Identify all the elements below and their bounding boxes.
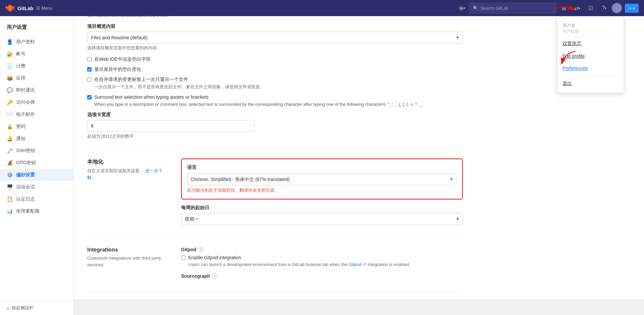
sidebar-item-profile[interactable]: 👤 用户资料 — [0, 36, 73, 48]
search-placeholder: Search GitLab — [480, 6, 508, 11]
sidebar-item-activity[interactable]: 🖥️ 活动会话 — [0, 181, 73, 193]
surround-text-checkbox[interactable] — [87, 95, 92, 99]
one-file-label[interactable]: 在合并请求的变更标签上一次只显示一个文件 — [94, 77, 188, 82]
language-select-wrapper: Chinese, Simplified - 简体中文 (67% translat… — [187, 173, 457, 185]
show-whitespace-checkbox[interactable] — [87, 67, 92, 72]
sidebar-item-im[interactable]: 💬 即时通讯 — [0, 84, 73, 96]
checkbox-render-whitespace: 在Web IDE中渲染空白字符 — [87, 56, 463, 62]
search-bar[interactable]: 🔍 Search GitLab — [469, 3, 556, 13]
render-whitespace-label[interactable]: 在Web IDE中渲染空白字符 — [94, 56, 151, 62]
sidebar-label-email: 电子邮件 — [16, 111, 35, 118]
tab-width-input[interactable] — [87, 120, 255, 132]
sidebar-label-billing: 计费 — [16, 63, 25, 69]
gitpod-desc: Users can launch a development environme… — [188, 261, 410, 268]
sourcegraph-label: Sourcegraph — [181, 273, 210, 279]
todo-button[interactable]: ☑ — [585, 2, 597, 14]
localization-desc-text: 自定义语言和区域相关设置。 — [87, 168, 144, 173]
gitpod-link[interactable]: Gitpod — [348, 262, 361, 267]
dropdown-item-edit-profile[interactable]: Edit profile — [557, 50, 624, 62]
sidebar-item-password[interactable]: 🔒 密码 — [0, 121, 73, 133]
create-button[interactable]: +▾ — [625, 4, 639, 13]
user-dropdown-menu: 用户名 用户邮箱 设置状态 Edit profile Preferences 退… — [557, 16, 624, 93]
sidebar-item-apps[interactable]: 📦 应用 — [0, 72, 73, 84]
gitpod-desc-before: Users can launch a development environme… — [188, 262, 348, 267]
language-highlight-box: 语言 Chinese, Simplified - 简体中文 (67% trans… — [181, 159, 463, 199]
week-start-select-wrapper: 星期一 ▼ — [181, 213, 463, 225]
localization-desc: 自定义语言和区域相关设置。 进一步了解。 — [87, 168, 168, 181]
new-issue-button[interactable]: ⊞ — [558, 2, 570, 14]
week-start-group: 每周的起始日 星期一 ▼ — [181, 205, 463, 225]
account-icon: 🔐 — [7, 51, 13, 57]
localization-section-left: 本地化 自定义语言和区域相关设置。 进一步了解。 — [87, 159, 181, 230]
language-select[interactable]: Chinese, Simplified - 简体中文 (67% translat… — [187, 173, 457, 185]
checkbox-show-whitespace: 显示差异中的空白变化 — [87, 66, 463, 73]
gitpod-group: Gitpod ? Enable Gitpod integration Users… — [181, 247, 463, 268]
project-overview-select[interactable]: Files and Readme (default) — [87, 32, 463, 44]
prefs-icon: ⚙️ — [7, 172, 13, 178]
project-overview-hint: 选择项目概览页面中您想看到的内容。 — [87, 45, 463, 51]
integrations-section: Integrations Customize integrations with… — [87, 239, 463, 292]
show-whitespace-label[interactable]: 显示差异中的空白变化 — [94, 66, 141, 72]
menu-button[interactable]: ☰ Menu — [36, 6, 53, 11]
dropdown-email: 用户邮箱 — [562, 29, 618, 34]
gitpod-enable-checkbox[interactable] — [181, 256, 185, 260]
integrations-title: Integrations — [87, 247, 168, 253]
surround-text-label[interactable]: Surround text selection when typing quot… — [94, 94, 209, 100]
dropdown-item-preferences[interactable]: Preferences — [557, 62, 624, 74]
apps-icon: 📦 — [7, 75, 13, 81]
help-button[interactable]: ? ▾ — [598, 2, 610, 14]
sidebar-item-access[interactable]: 🔑 访问令牌 — [0, 96, 73, 108]
sidebar-title: 用户设置 — [0, 21, 73, 36]
usage-icon: 📊 — [7, 208, 13, 214]
sidebar: 用户设置 👤 用户资料 🔐 帐号 🧾 计费 📦 应用 💬 即时通讯 🔑 访问令牌… — [0, 16, 74, 299]
profile-icon: 👤 — [7, 39, 13, 45]
notify-icon: 🔔 — [7, 136, 13, 142]
language-warning: 此功能当初处于实验阶段，翻译尚未全部完成。 — [187, 187, 457, 193]
sidebar-label-prefs: 偏好设置 — [16, 172, 35, 178]
checkbox-surround-text: Surround text selection when typing quot… — [87, 94, 463, 108]
merge-requests-button[interactable]: ⇄ ▾ — [571, 2, 583, 14]
sidebar-item-account[interactable]: 🔐 帐号 — [0, 48, 73, 60]
sidebar-item-prefs[interactable]: ⚙️ 偏好设置 — [0, 169, 73, 181]
sidebar-item-audit[interactable]: 📋 认证日志 — [0, 193, 73, 205]
week-start-select[interactable]: 星期一 — [181, 213, 463, 225]
access-icon: 🔑 — [7, 99, 13, 105]
localization-title: 本地化 — [87, 159, 168, 166]
one-file-checkbox[interactable] — [87, 77, 92, 82]
integrations-section-left: Integrations Customize integrations with… — [87, 247, 181, 284]
sidebar-item-notify[interactable]: 🔔 通知 — [0, 133, 73, 145]
checkbox-one-file: 在合并请求的变更标签上一次只显示一个文件 一次仅显示一个文件，而不是所有更改的文… — [87, 77, 463, 90]
dropdown-item-status[interactable]: 设置状态 — [557, 37, 624, 50]
sidebar-label-im: 即时通讯 — [16, 87, 35, 93]
menu-label: Menu — [42, 6, 53, 11]
im-icon: 💬 — [7, 87, 13, 93]
gitlab-title: GitLab — [17, 5, 34, 11]
gitpod-help-icon: ? — [198, 247, 204, 252]
sidebar-label-access: 访问令牌 — [16, 99, 35, 105]
sidebar-item-email[interactable]: ✉️ 电子邮件 — [0, 108, 73, 121]
project-overview-label: 项目概览内容 — [87, 24, 463, 30]
sidebar-item-ssh[interactable]: 🗝️ SSH密钥 — [0, 145, 73, 157]
sidebar-item-billing[interactable]: 🧾 计费 — [0, 60, 73, 72]
sidebar-label-activity: 活动会话 — [16, 184, 35, 190]
sidebar-label-apps: 应用 — [16, 75, 25, 81]
gitpod-checkbox-label[interactable]: Enable Gitpod integration — [188, 255, 241, 260]
render-whitespace-checkbox[interactable] — [87, 57, 92, 61]
tab-width-label: 选项卡宽度 — [87, 112, 255, 118]
audit-icon: 📋 — [7, 196, 13, 202]
sidebar-label-profile: 用户资料 — [16, 39, 35, 45]
user-avatar-button[interactable] — [611, 3, 622, 13]
create-new-button[interactable]: ⊕▾ — [456, 2, 468, 14]
sidebar-item-gpg[interactable]: 🔏 GPG密钥 — [0, 157, 73, 169]
sidebar-item-usage[interactable]: 📊 使用量配额 — [0, 205, 73, 217]
one-file-sublabel: 一次仅显示一个文件，而不是所有更改的文件。要在文件之间切换，请使用文件浏览器。 — [94, 84, 264, 90]
gitlab-logo[interactable]: GitLab — [5, 3, 34, 13]
sidebar-label-account: 帐号 — [16, 51, 25, 57]
dropdown-user-info: 用户名 用户邮箱 — [557, 19, 624, 37]
email-icon: ✉️ — [7, 111, 13, 118]
dropdown-item-logout[interactable]: 退出 — [557, 77, 624, 90]
localization-section: 本地化 自定义语言和区域相关设置。 进一步了解。 语言 Chinese, Sim… — [87, 150, 463, 239]
integrations-section-right: Gitpod ? Enable Gitpod integration Users… — [181, 247, 463, 284]
password-icon: 🔒 — [7, 124, 13, 130]
sidebar-label-password: 密码 — [16, 124, 25, 130]
